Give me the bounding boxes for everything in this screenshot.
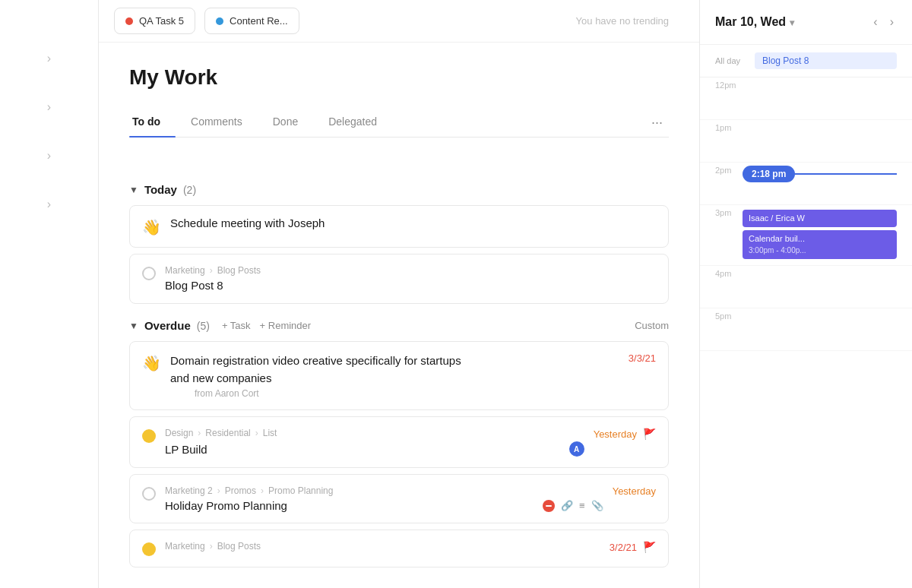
- calendar-event-isaac[interactable]: Isaac / Erica W: [743, 210, 897, 227]
- breadcrumb-residential: Residential: [205, 428, 250, 438]
- overdue-section-header: ▼ Overdue (5) + Task + Reminder Custom: [129, 319, 669, 332]
- sidebar: › › › ›: [0, 0, 99, 588]
- flag-icon-blog: 🚩: [643, 541, 656, 553]
- menu-icon[interactable]: ≡: [579, 500, 585, 511]
- breadcrumb-marketing: Marketing: [165, 265, 205, 276]
- add-reminder-button[interactable]: + Reminder: [260, 320, 312, 331]
- top-task-content[interactable]: Content Re...: [204, 8, 299, 34]
- calendar-next[interactable]: ›: [887, 12, 897, 32]
- task-icon-wave: 👋: [142, 218, 161, 236]
- calendar-event-calbuilder[interactable]: Calendar buil... 3:00pm - 4:00p...: [743, 230, 897, 258]
- task-checkbox-lp[interactable]: [142, 429, 156, 443]
- time-label-5pm: 5pm: [715, 308, 743, 321]
- tasks-content: ▼ Today (2) 👋 Schedule meeting with Jose…: [99, 153, 699, 588]
- time-content-4pm: [743, 266, 897, 272]
- task-checkbox-blog8[interactable]: [142, 267, 156, 280]
- time-content-12pm: [743, 77, 897, 84]
- event-title-cal: Calendar buil...: [749, 233, 891, 245]
- calendar-panel: Mar 10, Wed ▾ ‹ › All day Blog Post 8 12…: [699, 0, 912, 588]
- custom-button[interactable]: Custom: [635, 320, 669, 331]
- calendar-date: Mar 10, Wed ▾: [715, 15, 864, 29]
- overdue-actions: + Task + Reminder: [222, 320, 311, 331]
- task-domain-registration[interactable]: 👋 Domain registration video creative spe…: [129, 341, 669, 410]
- event-title-isaac: Isaac / Erica W: [749, 213, 805, 223]
- page-title: My Work: [129, 65, 669, 90]
- time-slot-1pm: 1pm: [700, 120, 912, 163]
- dot-red-icon: [125, 17, 133, 25]
- breadcrumb-sep-1: ›: [210, 265, 213, 276]
- task-blog-bottom[interactable]: Marketing › Blog Posts 3/2/21 🚩: [129, 530, 669, 567]
- today-caret[interactable]: ▼: [129, 185, 138, 195]
- current-time-indicator: 2:18 pm: [743, 166, 897, 182]
- allday-label: All day: [715, 56, 746, 65]
- time-slot-3pm: 3pm Isaac / Erica W Calendar buil... 3:0…: [700, 205, 912, 266]
- time-slot-4pm: 4pm: [700, 266, 912, 308]
- tab-done[interactable]: Done: [270, 108, 313, 137]
- main-content: QA Task 5 Content Re... You have no tren…: [99, 0, 699, 588]
- my-work-container: My Work To do Comments Done Delegated ··…: [99, 43, 699, 153]
- task-name-holiday: Holiday Promo Planning: [165, 499, 535, 512]
- today-section-header: ▼ Today (2): [129, 183, 669, 196]
- time-content-1pm: [743, 120, 897, 126]
- allday-event[interactable]: Blog Post 8: [755, 52, 897, 69]
- tab-delegated[interactable]: Delegated: [325, 108, 392, 137]
- top-task-qa-label: QA Task 5: [139, 15, 184, 27]
- sidebar-arrow-1[interactable]: ›: [41, 46, 57, 71]
- task-lp-build[interactable]: Design › Residential › List LP Build A Y…: [129, 416, 669, 468]
- time-slot-5pm: 5pm: [700, 308, 912, 351]
- breadcrumb-sep-2: ›: [198, 428, 201, 438]
- task-checkbox-blog-bottom[interactable]: [142, 542, 156, 556]
- dot-blue-icon: [216, 17, 223, 25]
- breadcrumb-promo-planning: Promo Planning: [268, 485, 333, 496]
- calendar-prev[interactable]: ‹: [870, 12, 880, 32]
- add-task-button[interactable]: + Task: [222, 320, 251, 331]
- task-name-blogpost8: Blog Post 8: [165, 279, 223, 292]
- overdue-label: Overdue: [144, 319, 191, 332]
- today-count: (2): [183, 184, 196, 196]
- task-holiday-promo[interactable]: Marketing 2 › Promos › Promo Planning Ho…: [129, 474, 669, 523]
- sidebar-arrow-3[interactable]: ›: [41, 143, 57, 169]
- calendar-header: Mar 10, Wed ▾ ‹ ›: [700, 0, 912, 45]
- overdue-caret[interactable]: ▼: [129, 321, 138, 331]
- breadcrumb-sep-5: ›: [261, 485, 264, 496]
- holiday-task-icons: 🔗 ≡ 📎: [543, 500, 603, 512]
- link-icon[interactable]: 🔗: [561, 500, 573, 511]
- sidebar-arrow-4[interactable]: ›: [41, 191, 57, 217]
- task-blog-post-8[interactable]: Marketing › Blog Posts Blog Post 8: [129, 254, 669, 304]
- tabs-more-button[interactable]: ···: [645, 112, 669, 134]
- top-task-content-label: Content Re...: [230, 15, 288, 27]
- trend-text: You have no trending: [561, 8, 684, 34]
- time-label-1pm: 1pm: [715, 120, 743, 132]
- breadcrumb-marketing2: Marketing 2: [165, 485, 213, 496]
- task-date-domain: 3/3/21: [629, 352, 656, 364]
- time-content-3pm: Isaac / Erica W Calendar buil... 3:00pm …: [743, 205, 897, 262]
- task-checkbox-holiday[interactable]: [142, 487, 156, 501]
- tab-todo[interactable]: To do: [129, 108, 176, 137]
- attach-icon[interactable]: 📎: [591, 500, 603, 511]
- tabs-bar: To do Comments Done Delegated ···: [129, 108, 669, 138]
- breadcrumb-sep-3: ›: [255, 428, 258, 438]
- task-schedule-meeting[interactable]: 👋 Schedule meeting with Joseph: [129, 205, 669, 248]
- breadcrumb-list: List: [263, 428, 277, 438]
- time-slot-2pm: 2pm 2:18 pm: [700, 163, 912, 205]
- breadcrumb-blogposts-b: Blog Posts: [217, 541, 261, 552]
- breadcrumb-marketing-b: Marketing: [165, 541, 205, 552]
- sidebar-arrow-2[interactable]: ›: [41, 94, 57, 120]
- task-name-schedule: Schedule meeting with Joseph: [170, 217, 656, 229]
- tab-comments[interactable]: Comments: [188, 108, 258, 137]
- time-label-2pm: 2pm: [715, 163, 743, 175]
- top-strip: QA Task 5 Content Re... You have no tren…: [99, 0, 699, 43]
- task-name-lp: LP Build: [165, 443, 563, 456]
- task-date-holiday: Yesterday: [613, 485, 656, 497]
- task-date-lp: Yesterday: [594, 428, 637, 440]
- time-label-12pm: 12pm: [715, 77, 743, 90]
- time-content-2pm: 2:18 pm: [743, 163, 897, 185]
- time-label-4pm: 4pm: [715, 266, 743, 278]
- breadcrumb-design: Design: [165, 428, 193, 438]
- task-name-domain: Domain registration video creative speci…: [170, 352, 619, 387]
- breadcrumb-sep-6: ›: [210, 541, 213, 552]
- calendar-time-grid: 12pm 1pm 2pm 2:18 pm 3pm Isaac / Erica W: [700, 77, 912, 544]
- flag-icon-lp: 🚩: [643, 428, 656, 440]
- top-task-qa[interactable]: QA Task 5: [114, 8, 195, 34]
- today-label: Today: [144, 183, 177, 196]
